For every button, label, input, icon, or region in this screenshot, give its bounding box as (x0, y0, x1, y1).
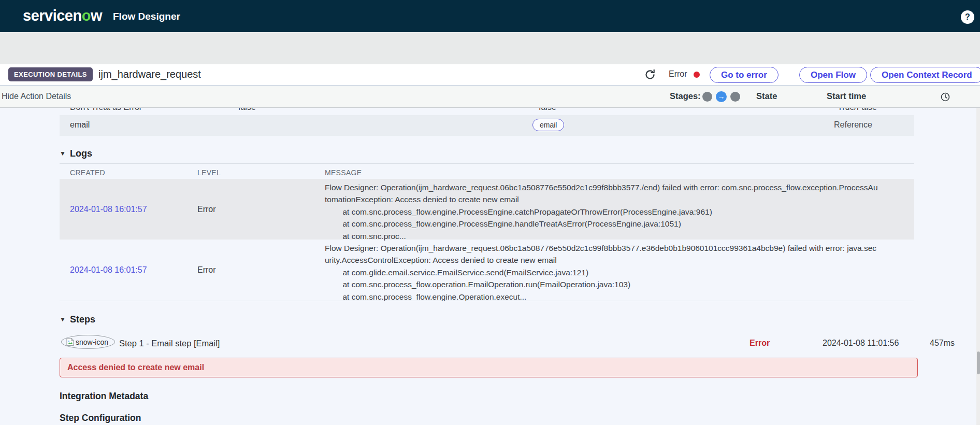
step-broken-image-placeholder: snow-icon (61, 335, 115, 349)
brand-text-end: w (91, 7, 102, 24)
column-header-level: LEVEL (197, 168, 221, 177)
property-type: True/False (838, 108, 877, 112)
log-row: 2024-01-08 16:01:57 Error Flow Designer:… (60, 179, 914, 240)
step-error-message: Access denied to create new email (67, 363, 204, 372)
go-to-error-button[interactable]: Go to error (710, 67, 779, 83)
logs-section-toggle[interactable]: ▼Logs (60, 148, 92, 159)
stages-label: Stages: (670, 91, 701, 101)
integration-metadata-heading: Integration Metadata (60, 391, 148, 402)
property-name: Don't Treat as Error (70, 108, 142, 112)
log-level: Error (197, 265, 216, 275)
logs-section-title: Logs (70, 148, 92, 159)
property-row-email: email email Reference (60, 115, 914, 136)
logs-table-header: CREATED LEVEL MESSAGE (60, 163, 914, 179)
step-error-message-box: Access denied to create new email (60, 358, 918, 377)
step-label: Step 1 - Email step [Email] (119, 339, 220, 348)
stages-bar: Hide Action Details Stages: → State Star… (0, 85, 980, 108)
step-row[interactable]: snow-icon Step 1 - Email step [Email] Er… (60, 334, 950, 355)
log-created-link[interactable]: 2024-01-08 16:01:57 (70, 205, 147, 214)
vertical-scrollbar[interactable] (976, 108, 980, 425)
brand-accent-letter: o (82, 7, 91, 24)
stage-dot-icon (702, 92, 712, 102)
divider (60, 301, 914, 301)
stage-arrow-icon: → (716, 91, 727, 102)
collapse-caret-icon: ▼ (60, 316, 66, 323)
log-message: Flow Designer: Operation(ijm_hardware_re… (325, 181, 879, 242)
servicenow-logo: servicenow (23, 7, 102, 24)
tab-bar: Operation ijm_hardware_requ... ✕ (0, 32, 980, 64)
step-duration: 457ms (930, 339, 955, 348)
help-icon[interactable]: ? (961, 10, 974, 24)
execution-status-label: Error (669, 69, 687, 79)
property-type: Reference (834, 120, 872, 130)
brand-text: servicen (23, 7, 82, 24)
app-title: Flow Designer (113, 11, 180, 22)
property-runtime-value: false (539, 108, 556, 112)
property-value: false (238, 108, 256, 112)
column-header-message: MESSAGE (325, 168, 362, 177)
execution-details-panel: Don't Treat as Error false false True/Fa… (0, 108, 980, 425)
log-row: 2024-01-08 16:01:57 Error Flow Designer:… (60, 240, 914, 300)
open-flow-button[interactable]: Open Flow (799, 67, 867, 83)
broken-image-alt-text: snow-icon (76, 338, 108, 346)
state-column-label: State (756, 91, 777, 101)
column-header-created: CREATED (70, 168, 105, 177)
log-message: Flow Designer: Operation(ijm_hardware_re… (325, 242, 879, 303)
steps-section-title: Steps (70, 314, 95, 325)
refresh-icon[interactable] (644, 68, 656, 81)
open-context-record-button[interactable]: Open Context Record (870, 67, 980, 83)
stage-dot-icon (730, 92, 740, 102)
step-status-error: Error (750, 339, 770, 348)
log-created-link[interactable]: 2024-01-08 16:01:57 (70, 265, 147, 275)
hide-action-details-link[interactable]: Hide Action Details (2, 92, 71, 101)
execution-details-badge: EXECUTION DETAILS (8, 67, 93, 81)
step-configuration-heading: Step Configuration (60, 413, 141, 424)
record-title: ijm_hardware_request (98, 68, 201, 80)
execution-toolbar: EXECUTION DETAILS ijm_hardware_request E… (0, 64, 980, 85)
property-name: email (70, 120, 90, 130)
step-start-time: 2024-01-08 11:01:56 (823, 339, 899, 348)
collapse-caret-icon: ▼ (60, 150, 66, 157)
clock-icon (941, 92, 950, 102)
log-level: Error (197, 205, 216, 214)
app-header: servicenow Flow Designer ? (0, 0, 980, 32)
scrollbar-thumb[interactable] (977, 351, 980, 374)
steps-section-toggle[interactable]: ▼Steps (60, 314, 95, 325)
broken-image-icon (66, 337, 75, 346)
start-time-column-label: Start time (827, 91, 866, 101)
email-reference-pill[interactable]: email (532, 119, 564, 131)
error-status-dot (694, 72, 700, 78)
